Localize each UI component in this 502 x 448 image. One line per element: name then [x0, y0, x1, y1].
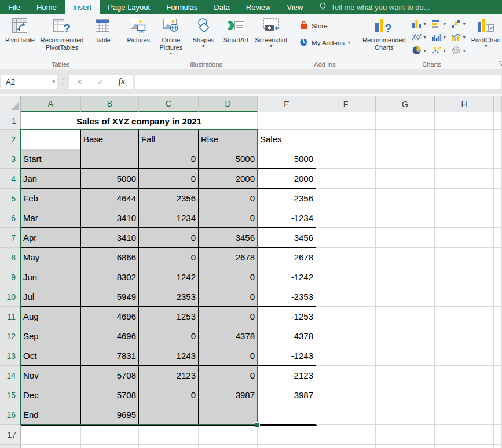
cell-G12[interactable]	[376, 326, 435, 346]
cell-G18[interactable]	[376, 445, 435, 448]
cell-D9[interactable]: 0	[199, 267, 258, 287]
cell-E5[interactable]: -2356	[258, 189, 316, 208]
cell-B2[interactable]: Base	[81, 130, 139, 149]
cell-H9[interactable]	[435, 267, 494, 287]
cell-partial[interactable]	[494, 130, 502, 149]
column-header-B[interactable]: B	[81, 96, 139, 112]
cell-F17[interactable]	[316, 425, 376, 445]
column-header-G[interactable]: G	[376, 96, 435, 112]
cell-A16[interactable]: End	[21, 405, 81, 425]
cell-C7[interactable]: 0	[139, 228, 199, 248]
cell-D17[interactable]	[199, 425, 258, 445]
row-header-6[interactable]: 6	[0, 208, 21, 228]
cell-B7[interactable]: 3410	[81, 228, 139, 248]
shapes-button[interactable]: Shapes ▾	[187, 15, 219, 49]
cell-F4[interactable]	[316, 169, 376, 189]
cell-partial[interactable]	[494, 228, 502, 248]
column-header-F[interactable]: F	[316, 96, 376, 112]
cell-G7[interactable]	[376, 228, 435, 248]
recommended-charts-button[interactable]: ? Recommended Charts	[360, 15, 409, 52]
charts-dialog-launcher[interactable]	[498, 61, 502, 68]
column-header-A[interactable]: A	[21, 96, 81, 112]
table-button[interactable]: Table	[86, 15, 119, 44]
cell-H4[interactable]	[435, 169, 494, 189]
cell-C17[interactable]	[139, 425, 199, 445]
tab-formulas[interactable]: Formulas	[158, 0, 206, 14]
cancel-icon[interactable]: ✕	[76, 78, 83, 86]
cell-D7[interactable]: 3456	[199, 228, 258, 248]
cell-F3[interactable]	[316, 149, 376, 169]
cell-E10[interactable]: -2353	[258, 287, 316, 307]
cell-A4[interactable]: Jan	[21, 169, 81, 189]
cell-H5[interactable]	[435, 189, 494, 208]
row-header-7[interactable]: 7	[0, 228, 21, 248]
insert-3d-column-chart-button[interactable]: ▾	[431, 32, 446, 43]
insert-combo-chart-button[interactable]: ▾	[451, 32, 466, 43]
row-header-1[interactable]: 1	[0, 112, 21, 130]
cell-G2[interactable]	[376, 130, 435, 149]
cell-G3[interactable]	[376, 149, 435, 169]
cell-partial[interactable]	[494, 287, 502, 307]
cell-B12[interactable]: 4696	[81, 326, 139, 346]
cell-partial[interactable]	[494, 149, 502, 169]
cell-C13[interactable]: 1243	[139, 346, 199, 366]
cell-A13[interactable]: Oct	[21, 346, 81, 366]
cell-H13[interactable]	[435, 346, 494, 366]
cell-partial[interactable]	[494, 267, 502, 287]
cell-C12[interactable]: 0	[139, 326, 199, 346]
cell-B3[interactable]	[81, 149, 139, 169]
cell-B11[interactable]: 4696	[81, 307, 139, 326]
row-header-5[interactable]: 5	[0, 189, 21, 208]
cell-C9[interactable]: 1242	[139, 267, 199, 287]
tab-file[interactable]: File	[0, 0, 28, 14]
recommended-pivottables-button[interactable]: ? Recommended PivotTables	[38, 15, 87, 52]
cell-D2[interactable]: Rise	[199, 130, 258, 149]
cell-E7[interactable]: 3456	[258, 228, 316, 248]
cell-E9[interactable]: -1242	[258, 267, 316, 287]
cell-E12[interactable]: 4378	[258, 326, 316, 346]
cell-F16[interactable]	[316, 405, 376, 425]
cell-E2[interactable]: Sales	[258, 130, 316, 149]
tab-data[interactable]: Data	[206, 0, 237, 14]
cell-H17[interactable]	[435, 425, 494, 445]
cell-B6[interactable]: 3410	[81, 208, 139, 228]
cell-A12[interactable]: Sep	[21, 326, 81, 346]
cell-partial[interactable]	[494, 445, 502, 448]
cell-F5[interactable]	[316, 189, 376, 208]
cell-partial[interactable]	[494, 346, 502, 366]
column-header-D[interactable]: D	[199, 96, 258, 112]
cell-F13[interactable]	[316, 346, 376, 366]
enter-icon[interactable]: ✓	[97, 78, 104, 86]
cell-E8[interactable]: 2678	[258, 248, 316, 267]
cell-B4[interactable]: 5000	[81, 169, 139, 189]
tab-view[interactable]: View	[279, 0, 311, 14]
cell-E3[interactable]: 5000	[258, 149, 316, 169]
cell-partial[interactable]	[494, 112, 502, 130]
cell-E14[interactable]: -2123	[258, 366, 316, 385]
insert-column-chart-button[interactable]: ▾	[412, 19, 426, 30]
cell-E18[interactable]	[258, 445, 316, 448]
cell-A14[interactable]: Nov	[21, 366, 81, 385]
cell-B8[interactable]: 6866	[81, 248, 139, 267]
cell-partial[interactable]	[494, 425, 502, 445]
cell-D16[interactable]	[199, 405, 258, 425]
cell-G11[interactable]	[376, 307, 435, 326]
cell-A3[interactable]: Start	[21, 149, 81, 169]
cell-H12[interactable]	[435, 326, 494, 346]
cell-H8[interactable]	[435, 248, 494, 267]
tab-review[interactable]: Review	[238, 0, 279, 14]
cell-A8[interactable]: May	[21, 248, 81, 267]
cell-D18[interactable]	[199, 445, 258, 448]
row-header-12[interactable]: 12	[0, 326, 21, 346]
insert-radar-chart-button[interactable]: ▾	[451, 46, 466, 56]
cell-H18[interactable]	[435, 445, 494, 448]
tab-insert[interactable]: Insert	[65, 0, 100, 14]
cell-C8[interactable]: 0	[139, 248, 199, 267]
cell-G9[interactable]	[376, 267, 435, 287]
cell-A6[interactable]: Mar	[21, 208, 81, 228]
insert-waterfall-chart-button[interactable]: ▾	[451, 19, 466, 30]
row-header-11[interactable]: 11	[0, 307, 21, 326]
cell-D5[interactable]: 0	[199, 189, 258, 208]
cell-H11[interactable]	[435, 307, 494, 326]
cell-F10[interactable]	[316, 287, 376, 307]
